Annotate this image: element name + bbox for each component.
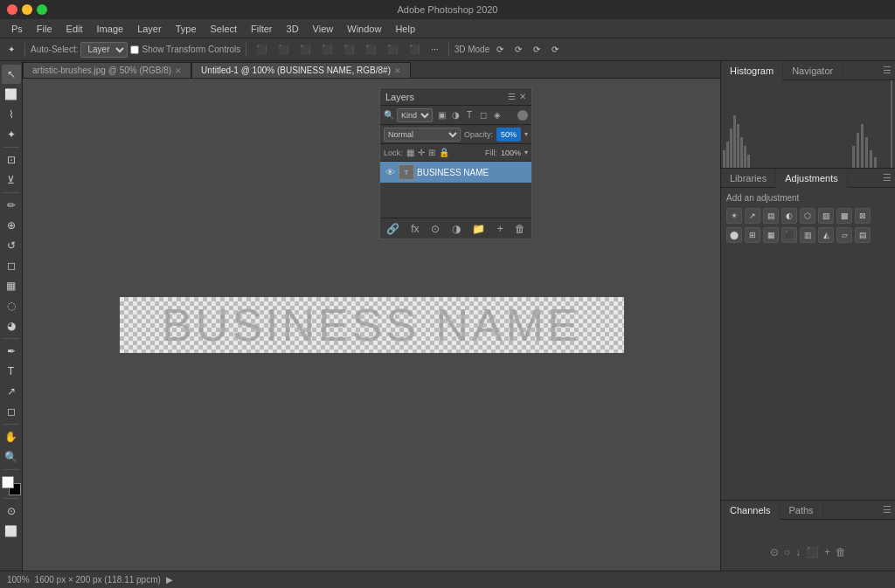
history-tool[interactable]: ↺ <box>2 236 21 255</box>
minimize-button[interactable] <box>22 4 32 15</box>
menu-edit[interactable]: Edit <box>60 22 89 36</box>
magic-wand-tool[interactable]: ✦ <box>2 125 21 144</box>
vibrance-btn[interactable]: ⬡ <box>800 208 815 224</box>
levels-btn[interactable]: ▤ <box>763 208 779 224</box>
quick-mask-tool[interactable]: ⊙ <box>2 502 21 521</box>
align-left-btn[interactable]: ⬛ <box>252 41 271 59</box>
bottom-panel-menu-btn[interactable]: ☰ <box>879 501 895 519</box>
tab-histogram[interactable]: Histogram <box>721 61 783 80</box>
align-center-btn[interactable]: ⬛ <box>274 41 293 59</box>
lasso-tool[interactable]: ⌇ <box>2 105 21 124</box>
move-tool-btn[interactable]: ✦ <box>3 41 19 59</box>
blend-mode-dropdown[interactable]: Normal <box>384 128 461 142</box>
3d-pan-btn[interactable]: ⟳ <box>510 41 526 59</box>
menu-layer[interactable]: Layer <box>131 22 168 36</box>
zoom-tool[interactable]: 🔍 <box>2 447 21 467</box>
channels-circle-btn[interactable]: ○ <box>784 546 790 558</box>
distribute-btn[interactable]: ⬛ <box>383 41 402 59</box>
lock-all-btn[interactable]: 🔒 <box>439 148 449 157</box>
pen-tool[interactable]: ✒ <box>2 342 21 361</box>
menu-ps[interactable]: Ps <box>5 22 29 36</box>
colorbalance-btn[interactable]: ▩ <box>836 208 852 224</box>
lock-position-btn[interactable]: ✛ <box>418 148 425 157</box>
channelmixer-btn[interactable]: ⊞ <box>745 227 760 243</box>
brush-tool[interactable]: ✏ <box>2 196 21 215</box>
fill-arrow[interactable]: ▾ <box>524 149 528 156</box>
tab-channels[interactable]: Channels <box>721 501 780 520</box>
menu-type[interactable]: Type <box>170 22 203 36</box>
close-button[interactable] <box>7 4 17 15</box>
hand-tool[interactable]: ✋ <box>2 427 21 446</box>
opacity-input[interactable] <box>496 128 521 142</box>
delete-layer-btn[interactable]: 🗑 <box>515 223 525 235</box>
tab-adjustments[interactable]: Adjustments <box>776 169 848 188</box>
smartobj-filter-btn[interactable]: ◈ <box>491 109 503 121</box>
menu-select[interactable]: Select <box>205 22 244 36</box>
transform-controls-checkbox[interactable] <box>130 45 139 54</box>
group-btn[interactable]: 📁 <box>472 223 485 235</box>
extra-options-btn[interactable]: ··· <box>427 41 442 59</box>
mask-btn[interactable]: ⊙ <box>431 223 440 235</box>
tab-close-1[interactable]: ✕ <box>175 66 182 75</box>
distribute-2-btn[interactable]: ⬛ <box>405 41 424 59</box>
gradientmap-btn[interactable]: ▱ <box>836 227 852 243</box>
menu-view[interactable]: View <box>307 22 340 36</box>
3d-rotate-btn[interactable]: ⟳ <box>492 41 508 59</box>
more-info-btn[interactable]: ▶ <box>166 575 173 585</box>
colorlookup-btn[interactable]: ▦ <box>763 227 779 243</box>
lock-pixels-btn[interactable]: ▦ <box>406 148 414 157</box>
color-swatches[interactable] <box>2 476 21 495</box>
channels-arrow-btn[interactable]: ↓ <box>795 546 801 558</box>
selectivecolor-btn[interactable]: ▤ <box>855 227 871 243</box>
move-tool[interactable]: ↖ <box>2 65 21 84</box>
tab-close-2[interactable]: ✕ <box>394 66 401 75</box>
middle-panel-menu-btn[interactable]: ☰ <box>879 169 895 187</box>
path-select-tool[interactable]: ↗ <box>2 382 21 401</box>
stamp-tool[interactable]: ⊕ <box>2 216 21 235</box>
align-top-btn[interactable]: ⬛ <box>317 41 336 59</box>
exposure-btn[interactable]: ◐ <box>781 208 797 224</box>
align-middle-btn[interactable]: ⬛ <box>339 41 358 59</box>
align-bottom-btn[interactable]: ⬛ <box>361 41 380 59</box>
lock-artboard-btn[interactable]: ⊞ <box>428 148 435 157</box>
layer-visibility-0[interactable]: 👁 <box>384 166 396 178</box>
layers-close-btn[interactable]: ✕ <box>519 92 526 101</box>
fx-btn[interactable]: fx <box>411 223 419 235</box>
adjustment-filter-btn[interactable]: ◑ <box>449 109 461 121</box>
layers-menu-btn[interactable]: ☰ <box>508 92 516 101</box>
menu-file[interactable]: File <box>31 22 59 36</box>
align-right-btn[interactable]: ⬛ <box>295 41 315 59</box>
menu-help[interactable]: Help <box>389 22 421 36</box>
tab-libraries[interactable]: Libraries <box>721 169 776 188</box>
tab-navigator[interactable]: Navigator <box>783 61 843 80</box>
shape-tool[interactable]: ◻ <box>2 402 21 421</box>
channels-save-btn[interactable]: ⬛ <box>806 546 819 558</box>
blur-tool[interactable]: ◌ <box>2 296 21 315</box>
threshold-btn[interactable]: ◭ <box>818 227 834 243</box>
auto-select-dropdown[interactable]: Layer <box>80 42 128 58</box>
link-layers-btn[interactable]: 🔗 <box>386 223 399 235</box>
type-tool[interactable]: T <box>2 362 21 381</box>
channels-dotted-btn[interactable]: ⊙ <box>770 546 779 558</box>
layer-row-0[interactable]: 👁 T BUSINESS NAME <box>380 162 531 183</box>
bw-btn[interactable]: ⊠ <box>855 208 871 224</box>
layers-filter-dropdown[interactable]: Kind <box>397 108 433 122</box>
maximize-button[interactable] <box>37 4 47 15</box>
foreground-color[interactable] <box>2 476 14 488</box>
dodge-tool[interactable]: ◕ <box>2 316 21 336</box>
menu-image[interactable]: Image <box>91 22 130 36</box>
filter-toggle-btn[interactable] <box>517 110 528 121</box>
opacity-arrow[interactable]: ▾ <box>524 130 528 138</box>
menu-filter[interactable]: Filter <box>245 22 278 36</box>
invert-btn[interactable]: ⬛ <box>781 227 797 243</box>
new-layer-btn[interactable]: + <box>497 223 503 235</box>
eyedropper-tool[interactable]: ⊻ <box>2 170 21 190</box>
tab-untitled-1[interactable]: Untitled-1 @ 100% (BUSINESS NAME, RGB/8#… <box>191 62 411 78</box>
tab-artistic-brushes[interactable]: artistic-brushes.jpg @ 50% (RGB/8) ✕ <box>23 62 191 78</box>
gradient-tool[interactable]: ▦ <box>2 276 21 295</box>
select-tool[interactable]: ⬜ <box>2 85 21 104</box>
3d-zoom-btn[interactable]: ⟳ <box>529 41 545 59</box>
tab-paths[interactable]: Paths <box>780 501 822 520</box>
menu-3d[interactable]: 3D <box>281 22 305 36</box>
fill-adj-btn[interactable]: ◑ <box>452 223 461 235</box>
